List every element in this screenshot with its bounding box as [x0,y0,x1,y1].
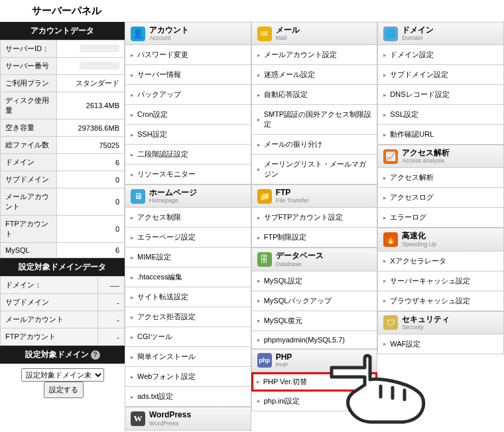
link-item[interactable]: ▸MySQL復元 [251,311,378,331]
arrow-icon: ▸ [131,92,134,98]
link-item[interactable]: ▸簡単インストール [125,347,251,367]
item-label: SSL設定 [390,109,418,119]
link-item[interactable]: ▸PHP Ver.切替 [251,372,378,392]
item-label: メールの振り分け [264,139,322,149]
link-item[interactable]: ▸サイト転送設定 [125,287,251,307]
link-item[interactable]: ▸リソースモニター [125,165,251,184]
arrow-icon: ▸ [131,52,134,58]
arrow-icon: ▸ [131,131,134,138]
item-label: アクセス制限 [137,212,181,222]
arrow-icon: ▸ [131,214,134,221]
arrow-icon: ▸ [131,254,134,261]
link-item[interactable]: ▸DNSレコード設定 [377,85,504,105]
link-item[interactable]: ▸Xアクセラレータ [377,252,504,271]
domain-icon: 🌐 [383,27,398,41]
arrow-icon: ▸ [383,194,387,201]
link-item[interactable]: ▸php.ini設定 [251,392,378,411]
acct-val: 75025 [57,137,125,154]
item-label: FTP制限設定 [264,232,307,242]
link-item[interactable]: ▸迷惑メール設定 [251,65,378,85]
link-item[interactable]: ▸.htaccess編集 [125,267,251,287]
link-item[interactable]: ▸SMTP認証の国外アクセス制限設定 [251,105,378,135]
link-item[interactable]: ▸phpmyadmin(MySQL5.7) [251,331,378,349]
tgt-key: サブドメイン [1,294,98,311]
link-item[interactable]: ▸自動応答設定 [251,85,378,105]
arrow-icon: ▸ [257,214,261,221]
link-item[interactable]: ▸ドメイン設定 [377,45,504,65]
link-item[interactable]: ▸CGIツール [125,327,251,347]
tgt-key: FTPアカウント [1,328,98,346]
arrow-icon: ▸ [257,378,260,385]
item-label: アクセス解析 [390,173,434,182]
link-item[interactable]: ▸ads.txt設定 [125,387,251,407]
arrow-icon: ▸ [131,111,134,118]
link-item[interactable]: ▸メールアカウント設定 [251,45,378,65]
link-item[interactable]: ▸サーバーキャッシュ設定 [377,271,504,291]
arrow-icon: ▸ [131,334,134,340]
item-label: SSH設定 [137,129,167,139]
link-item[interactable]: ▸SSH設定 [125,125,251,145]
arrow-icon: ▸ [131,171,134,178]
link-item[interactable]: ▸アクセス拒否設定 [125,307,251,327]
security-icon: 🛡 [383,315,398,330]
link-item[interactable]: ▸MIME設定 [125,248,251,267]
link-item[interactable]: ▸エラーページ設定 [125,228,251,248]
item-label: php.ini設定 [264,396,300,406]
link-item[interactable]: ▸Cron設定 [125,105,251,125]
category-security: 🛡セキュリティSecurity [377,311,504,334]
arrow-icon: ▸ [257,166,261,173]
acct-val [57,40,125,58]
arrow-icon: ▸ [257,297,261,304]
account-icon: 👤 [131,27,145,41]
set-button[interactable]: 設定する [44,382,84,398]
link-item[interactable]: ▸二段階認証設定 [125,145,251,165]
link-item[interactable]: ▸アクセス解析 [377,168,504,188]
item-label: phpmyadmin(MySQL5.7) [264,336,345,344]
link-item[interactable]: ▸サブドメイン設定 [377,65,504,85]
item-label: サイト転送設定 [137,292,188,302]
link-item[interactable]: ▸Webフォント設定 [125,367,251,387]
item-label: Webフォント設定 [137,372,196,382]
arrow-icon: ▸ [257,141,261,148]
link-item[interactable]: ▸パスワード変更 [125,45,251,65]
link-item[interactable]: ▸メーリングリスト・メールマガジン [251,155,378,184]
item-label: ブラウザキャッシュ設定 [390,296,470,306]
arrow-icon: ▸ [383,277,387,284]
link-item[interactable]: ▸バックアップ [125,85,251,105]
acct-val: 0 [57,216,125,243]
acct-val [57,58,125,75]
link-item[interactable]: ▸メールの振り分け [251,135,378,155]
acct-key: ご利用プラン [1,75,57,92]
link-item[interactable]: ▸動作確認URL [377,125,504,145]
link-item[interactable]: ▸WAF設定 [377,334,504,354]
category-domain: 🌐ドメインDomain [377,22,504,45]
link-item[interactable]: ▸サブFTPアカウント設定 [251,208,378,228]
cat-title: 高速化 [402,232,436,240]
access-icon: 📈 [383,149,398,164]
domain-select[interactable]: 設定対象ドメイン未 [21,368,104,382]
domain-selector: 設定対象ドメイン未 設定する [0,364,125,403]
arrow-icon: ▸ [257,234,261,241]
link-item[interactable]: ▸MySQL設定 [251,271,378,291]
link-item[interactable]: ▸SSL設定 [377,105,504,125]
item-label: バックアップ [137,90,181,100]
arrow-icon: ▸ [257,116,261,123]
link-item[interactable]: ▸アクセス制限 [125,208,251,228]
link-item[interactable]: ▸アクセスログ [377,188,504,208]
arrow-icon: ▸ [383,72,387,78]
help-icon[interactable]: ? [91,350,100,360]
category-account: 👤アカウントAccount [125,22,251,45]
cat-sub: Domain [402,35,434,41]
link-item[interactable]: ▸サーバー情報 [125,65,251,85]
arrow-icon: ▸ [131,234,134,241]
cat-title: ホームページ [149,188,197,197]
item-label: MySQLバックアップ [264,296,332,306]
link-item[interactable]: ▸FTP制限設定 [251,228,378,248]
category-database: 🗄データベースDatabase [251,248,378,271]
arrow-icon: ▸ [383,131,387,138]
link-item[interactable]: ▸エラーログ [377,208,504,228]
link-item[interactable]: ▸ブラウザキャッシュ設定 [377,291,504,311]
arrow-icon: ▸ [131,72,134,78]
link-item[interactable]: ▸MySQLバックアップ [251,291,378,311]
cat-title: メール [276,26,300,35]
